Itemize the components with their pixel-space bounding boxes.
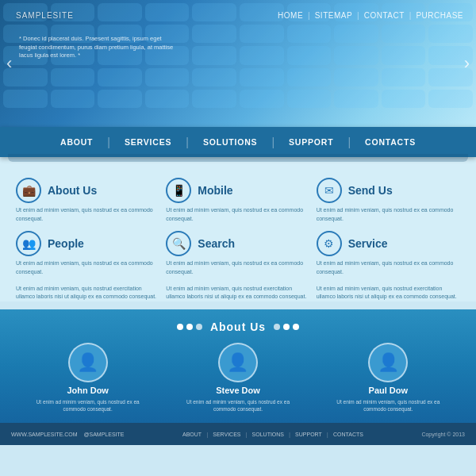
steve-name: Steve Dow <box>216 386 260 395</box>
feature-people-text: Ut enim ad minim veniam, quis nostrud ex… <box>16 259 159 301</box>
feature-people-header: 👥 People <box>16 231 159 256</box>
feature-about-us-header: 💼 About Us <box>16 178 159 203</box>
about-section: About Us 👤 John Dow Ut enim ad minim ven… <box>0 309 476 424</box>
carousel-next[interactable]: › <box>464 53 470 74</box>
about-section-title: About Us <box>210 321 266 333</box>
footer: WWW.SAMPLESITE.COM @SAMPLESITE ABOUT | S… <box>0 423 476 445</box>
send-us-icon: ✉ <box>317 178 342 203</box>
footer-nav: ABOUT | SERVICES | SOLUTIONS | SUPPORT |… <box>182 431 363 438</box>
team-member-paul: 👤 Paul Dow Ut enim ad minim veniam, quis… <box>317 343 460 414</box>
footer-nav-about[interactable]: ABOUT <box>182 432 202 437</box>
about-us-icon: 💼 <box>16 178 41 203</box>
steve-text: Ut enim ad minim veniam, quis nostrud ex… <box>182 398 294 414</box>
nav-sep-3: | <box>409 11 412 20</box>
dot-1 <box>177 324 183 330</box>
feature-send-us-header: ✉ Send Us <box>317 178 460 203</box>
paul-text: Ut enim ad minim veniam, quis nostrud ex… <box>332 398 443 414</box>
dot-5 <box>283 324 290 330</box>
header-nav: HOME | SITEMAP | CONTACT | PURCHASE <box>278 11 463 20</box>
feature-send-us-text: Ut enim ad minim veniam, quis nostrud ex… <box>317 206 460 223</box>
feature-service-title: Service <box>348 237 388 250</box>
about-dots-right <box>274 324 299 330</box>
dot-2 <box>186 324 193 330</box>
service-icon: ⚙ <box>317 231 342 256</box>
footer-social: @SAMPLESITE <box>83 432 124 437</box>
team-grid: 👤 John Dow Ut enim ad minim veniam, quis… <box>16 343 460 414</box>
john-avatar: 👤 <box>68 343 108 382</box>
steve-avatar: 👤 <box>218 343 258 382</box>
nav-sitemap[interactable]: SITEMAP <box>315 11 352 20</box>
john-name: John Dow <box>67 386 109 395</box>
people-icon: 👥 <box>16 231 41 256</box>
feature-about-us-text: Ut enim ad minim veniam, quis nostrud ex… <box>16 206 159 223</box>
main-content: 💼 About Us Ut enim ad minim veniam, quis… <box>0 157 476 301</box>
feature-search-title: Search <box>198 237 235 250</box>
nav-sep-1: | <box>308 11 310 20</box>
paul-avatar: 👤 <box>368 343 408 382</box>
features-grid: 💼 About Us Ut enim ad minim veniam, quis… <box>16 178 460 301</box>
carousel-prev[interactable]: ‹ <box>6 53 12 74</box>
paul-name: Paul Dow <box>369 386 409 395</box>
nav-purchase[interactable]: PURCHASE <box>416 11 463 20</box>
site-logo: SAMPLESITE <box>16 11 74 20</box>
feature-service-text: Ut enim ad minim veniam, quis nostrud ex… <box>317 259 460 301</box>
feature-about-us-title: About Us <box>48 184 97 197</box>
feature-people-title: People <box>48 237 84 250</box>
nav-support[interactable]: SUPPORT <box>274 137 347 147</box>
team-member-john: 👤 John Dow Ut enim ad minim veniam, quis… <box>16 343 159 414</box>
about-header: About Us <box>16 321 460 333</box>
feature-people: 👥 People Ut enim ad minim veniam, quis n… <box>16 231 159 301</box>
feature-about-us: 💼 About Us Ut enim ad minim veniam, quis… <box>16 178 159 223</box>
team-member-steve: 👤 Steve Dow Ut enim ad minim veniam, qui… <box>166 343 309 414</box>
logo-text: SAMPLESITE <box>16 11 74 20</box>
feature-send-us: ✉ Send Us Ut enim ad minim veniam, quis … <box>317 178 460 223</box>
feature-mobile-header: 📱 Mobile <box>166 178 309 203</box>
footer-copyright: Copyright © 2013 <box>421 432 465 437</box>
footer-nav-services[interactable]: SERVICES <box>213 432 240 437</box>
search-icon: 🔍 <box>166 231 191 256</box>
about-dots-left <box>177 324 202 330</box>
feature-send-us-title: Send Us <box>348 184 393 197</box>
nav-solutions[interactable]: SOLUTIONS <box>189 137 271 147</box>
john-text: Ut enim ad minim veniam, quis nostrud ex… <box>33 398 144 414</box>
footer-url: WWW.SAMPLESITE.COM @SAMPLESITE <box>11 432 124 437</box>
footer-nav-contacts[interactable]: CONTACTS <box>333 432 363 437</box>
dot-3 <box>196 324 202 330</box>
dot-4 <box>274 324 280 330</box>
footer-website: WWW.SAMPLESITE.COM <box>11 432 78 437</box>
header-tagline: * Donec id placerat duis. Praesent sagit… <box>19 35 178 60</box>
feature-mobile: 📱 Mobile Ut enim ad minim veniam, quis n… <box>166 178 309 223</box>
nav-sep-2: | <box>357 11 359 20</box>
feature-service-header: ⚙ Service <box>317 231 460 256</box>
dot-6 <box>293 324 299 330</box>
feature-mobile-text: Ut enim ad minim veniam, quis nostrud ex… <box>166 206 309 223</box>
nav-about[interactable]: ABOUT <box>46 137 107 147</box>
nav-contact[interactable]: CONTACT <box>364 11 405 20</box>
mobile-icon: 📱 <box>166 178 191 203</box>
footer-nav-support[interactable]: SUPPORT <box>295 432 322 437</box>
header: // Generate tiles document.addEventListe… <box>0 0 476 127</box>
feature-search-header: 🔍 Search <box>166 231 309 256</box>
main-navbar: ABOUT | SERVICES | SOLUTIONS | SUPPORT |… <box>0 127 476 157</box>
feature-search: 🔍 Search Ut enim ad minim veniam, quis n… <box>166 231 309 301</box>
feature-service: ⚙ Service Ut enim ad minim veniam, quis … <box>317 231 460 301</box>
nav-contacts[interactable]: CONTACTS <box>351 137 430 147</box>
nav-home[interactable]: HOME <box>278 11 303 20</box>
feature-search-text: Ut enim ad minim veniam, quis nostrud ex… <box>166 259 309 301</box>
nav-services[interactable]: SERVICES <box>110 137 186 147</box>
footer-nav-solutions[interactable]: SOLUTIONS <box>252 432 284 437</box>
feature-mobile-title: Mobile <box>198 184 232 197</box>
